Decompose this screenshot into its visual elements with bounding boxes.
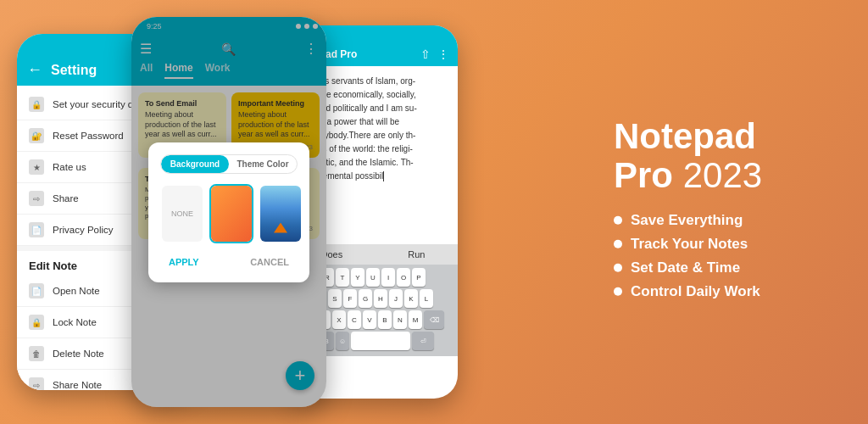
more-editor-icon[interactable]: ⋮ — [437, 47, 449, 61]
bg-option-gradient[interactable] — [209, 184, 253, 243]
key-p[interactable]: P — [412, 268, 426, 287]
bg-options: NONE — [160, 184, 298, 243]
key-m[interactable]: M — [409, 310, 422, 329]
app-title-main: NotepadPro 2023 — [614, 116, 762, 195]
phones-area: ← Setting 🔒 Set your security question 🔐… — [0, 0, 610, 424]
features-list: Save Everything Track Your Notes Set Dat… — [614, 212, 834, 300]
key-x[interactable]: X — [332, 310, 346, 329]
bg-option-photo[interactable] — [259, 184, 303, 243]
open-note-label: Open Note — [53, 286, 100, 296]
share-icon: ⇨ — [29, 191, 44, 206]
dialog-tabs: Background Theme Color — [160, 154, 298, 174]
key-l[interactable]: L — [420, 289, 433, 308]
feature-item-2: Track Your Notes — [614, 236, 834, 253]
open-note-icon: 📄 — [29, 283, 44, 298]
app-title-sub: Pro — [614, 155, 683, 195]
bullet-2 — [614, 240, 622, 248]
bg-option-none[interactable]: NONE — [160, 184, 204, 243]
lock-note-icon: 🔒 — [29, 315, 44, 330]
dialog-tab-background[interactable]: Background — [161, 155, 229, 173]
rate-label: Rate us — [53, 162, 86, 172]
right-section: NotepadPro 2023 Save Everything Track Yo… — [614, 117, 834, 307]
cancel-button[interactable]: CANCEL — [242, 254, 298, 271]
password-label: Reset Password — [53, 131, 124, 141]
phone-notes: 9:25 ☰ 🔍 ⋮ All Home Work To Send Email M… — [131, 17, 326, 407]
share-note-label: Share Note — [53, 380, 102, 390]
key-delete[interactable]: ⌫ — [424, 310, 444, 329]
editor-header-icons: ⇧ ⋮ — [420, 47, 449, 61]
dialog-tab-theme[interactable]: Theme Color — [229, 155, 297, 173]
key-y[interactable]: Y — [351, 268, 364, 287]
privacy-label: Privacy Policy — [53, 225, 114, 235]
share-editor-icon[interactable]: ⇧ — [420, 47, 431, 61]
password-icon: 🔐 — [29, 128, 44, 143]
key-v[interactable]: V — [363, 310, 376, 329]
dialog-overlay: Background Theme Color NONE APPLY — [131, 17, 326, 407]
key-b[interactable]: B — [378, 310, 392, 329]
key-j[interactable]: J — [389, 289, 403, 308]
app-title-year: 2023 — [683, 155, 762, 195]
key-i[interactable]: I — [381, 268, 395, 287]
apply-button[interactable]: APPLY — [160, 254, 208, 271]
bg-none-label: NONE — [162, 186, 203, 242]
cursor — [383, 171, 384, 181]
rate-icon: ★ — [29, 159, 44, 175]
autocomplete-run[interactable]: Run — [408, 249, 425, 259]
share-label: Share — [53, 193, 79, 204]
feature-item-1: Save Everything — [614, 212, 834, 229]
key-emoji[interactable]: ☺ — [336, 332, 349, 350]
bg-gradient-preview — [211, 186, 252, 242]
key-k[interactable]: K — [404, 289, 418, 308]
settings-title: Setting — [51, 63, 97, 78]
feature-label-1: Save Everything — [631, 212, 743, 229]
key-t[interactable]: T — [336, 268, 349, 287]
key-space[interactable] — [351, 332, 410, 350]
feature-item-4: Control Daily Work — [614, 283, 834, 300]
key-u[interactable]: U — [366, 268, 380, 287]
bullet-1 — [614, 216, 622, 225]
feature-label-3: Set Date & Time — [631, 259, 740, 276]
feature-label-2: Track Your Notes — [631, 236, 748, 253]
delete-note-label: Delete Note — [53, 349, 104, 359]
key-n[interactable]: N — [393, 310, 407, 329]
key-o[interactable]: O — [397, 268, 410, 287]
privacy-icon: 📄 — [29, 222, 44, 237]
key-f[interactable]: F — [343, 289, 357, 308]
key-g[interactable]: G — [359, 289, 372, 308]
delete-note-icon: 🗑 — [29, 346, 44, 361]
key-s[interactable]: S — [328, 289, 342, 308]
key-h[interactable]: H — [374, 289, 387, 308]
key-c[interactable]: C — [348, 310, 361, 329]
dialog-actions: APPLY CANCEL — [160, 254, 298, 271]
share-note-icon: ⇨ — [29, 377, 44, 390]
lock-note-label: Lock Note — [53, 317, 97, 327]
back-arrow-icon[interactable]: ← — [27, 61, 42, 79]
bg-photo-preview — [260, 186, 301, 242]
background-dialog: Background Theme Color NONE APPLY — [148, 142, 309, 282]
feature-item-3: Set Date & Time — [614, 259, 834, 276]
key-enter[interactable]: ⏎ — [412, 332, 434, 350]
bullet-4 — [614, 287, 622, 296]
feature-label-4: Control Daily Work — [631, 283, 760, 300]
bullet-3 — [614, 264, 622, 272]
app-title: NotepadPro 2023 — [614, 117, 834, 195]
security-icon: 🔒 — [29, 97, 44, 112]
